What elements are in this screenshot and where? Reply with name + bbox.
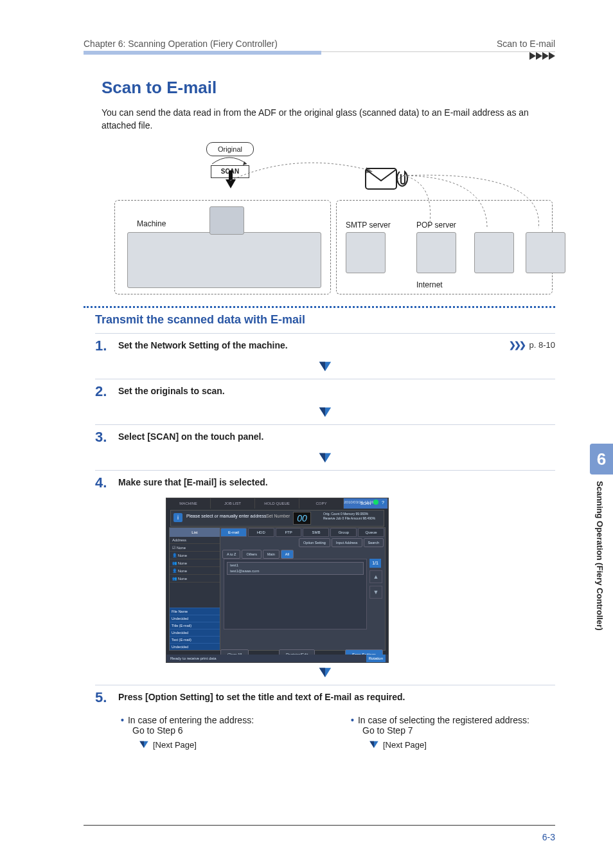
step-number: 2	[95, 384, 118, 399]
chapter-number: 6	[590, 444, 613, 475]
page-footer: 6-3	[84, 825, 555, 842]
side-info-block: File Name Undecided Title (E-mail) Undec…	[170, 608, 220, 650]
smtp-label: SMTP server	[346, 221, 391, 230]
internet-label: Internet	[416, 280, 443, 289]
client-pc-1-illustration	[474, 232, 514, 273]
option-registered-address: •In case of selecting the registered add…	[351, 715, 555, 750]
status-bar: Ready to receive print data Rotation	[166, 655, 388, 662]
chip-main[interactable]: Main	[263, 550, 280, 559]
step-5: 5 Press [Option Setting] to set the titl…	[95, 685, 555, 709]
dest-tab-group[interactable]: Group	[330, 528, 357, 537]
monitor-illustration	[209, 206, 244, 235]
page-number: 6-3	[542, 832, 555, 842]
step-1: 1 Set the Network Setting of the machine…	[95, 333, 555, 357]
step-text: Select [SCAN] on the touch panel.	[118, 431, 555, 442]
step-text: Set the originals to scan.	[118, 386, 555, 396]
option-enter-address: •In case of entering the address: Go to …	[121, 715, 325, 750]
step-2: 2 Set the originals to scan.	[95, 379, 555, 402]
section-title: Scan to E-mail	[102, 78, 555, 98]
dotted-divider	[84, 306, 555, 308]
bullet-icon: •	[121, 715, 124, 725]
input-address-button[interactable]: Input Address	[332, 538, 362, 547]
chapter-label: Scanning Operation (Fiery Controller)	[595, 481, 605, 712]
step-number: 5	[95, 691, 118, 705]
smtp-server-illustration	[346, 232, 386, 273]
dashed-arrow-icon	[230, 158, 378, 183]
list-scroll: 1/1 ▲ ▼	[369, 559, 381, 629]
next-page-link[interactable]: [Next Page]	[369, 739, 555, 750]
dest-tab-email[interactable]: E-mail	[220, 528, 247, 537]
down-arrow-icon	[95, 359, 555, 376]
bullet-icon: •	[351, 715, 354, 725]
dest-tab-queue[interactable]: Queue	[358, 528, 384, 537]
subsection-title: Transmit the scanned data with E-mail	[95, 313, 555, 327]
step-text: Make sure that [E-mail] is selected.	[118, 477, 555, 487]
info-bar: i Please select or manually enter addres…	[170, 510, 384, 527]
destination-tabs: E-mail HDD FTP SMB Group Queue	[220, 528, 385, 537]
side-item[interactable]: 👥 None	[170, 559, 220, 567]
down-arrow-icon	[95, 405, 555, 422]
set-number-label: Set Number	[266, 514, 290, 518]
original-pill: Original	[206, 142, 254, 156]
next-page-link[interactable]: [Next Page]	[139, 739, 325, 750]
step-number: 4	[95, 476, 118, 490]
side-item[interactable]: 👥 None	[170, 575, 220, 583]
step-number: 3	[95, 430, 118, 444]
machine-label: Machine	[137, 219, 166, 228]
intro-paragraph: You can send the data read in from the A…	[102, 107, 555, 132]
dest-tab-ftp[interactable]: FTP	[276, 528, 302, 537]
option-setting-button[interactable]: Option Setting	[299, 538, 330, 547]
side-list-header: List	[170, 528, 220, 537]
chapter-side-tab: 6 Scanning Operation (Fiery Controller)	[590, 444, 613, 714]
main-panel: E-mail HDD FTP SMB Group Queue Option Se…	[220, 528, 385, 650]
page-count: 1/1	[369, 559, 381, 568]
touch-panel-screenshot: MACHINE JOB LIST HOLD QUEUE COPY SCAN 20…	[166, 498, 389, 663]
side-item[interactable]: ☑ None	[170, 544, 220, 552]
header-arrow-icon	[84, 51, 555, 62]
filter-chips: A to Z Others Main All	[220, 550, 385, 559]
pop-server-illustration	[416, 232, 456, 273]
info-text: Please select or manually enter address	[186, 514, 267, 518]
tab-hold-queue[interactable]: HOLD QUEUE	[255, 498, 299, 509]
steps-list: 1 Set the Network Setting of the machine…	[95, 333, 555, 750]
step-text: Set the Network Setting of the machine.	[118, 340, 555, 350]
reference-arrows-icon: ❯❯❯	[509, 340, 524, 350]
panel-body: List Address ☑ None 👤 None 👥 None 👤 None…	[169, 527, 386, 651]
search-button[interactable]: Search	[364, 538, 384, 547]
memory-status: Orig. Count 0 Memory 99.083% Reserve Job…	[323, 512, 381, 521]
dest-tab-smb[interactable]: SMB	[303, 528, 329, 537]
dest-tab-hdd[interactable]: HDD	[248, 528, 274, 537]
chip-all[interactable]: All	[281, 550, 294, 559]
rotation-indicator: Rotation	[366, 655, 386, 662]
tab-copy[interactable]: COPY	[299, 498, 344, 509]
client-pc-2-illustration	[526, 232, 565, 273]
side-item[interactable]: Address	[170, 537, 220, 544]
chip-atoz[interactable]: A to Z	[222, 550, 240, 559]
down-arrow-icon	[95, 451, 555, 467]
address-entry[interactable]: test1 test1@aaaa.com	[227, 562, 364, 575]
action-row: Option Setting Input Address Search	[220, 538, 385, 547]
scroll-down-button[interactable]: ▼	[369, 586, 382, 599]
tab-machine[interactable]: MACHINE	[166, 498, 211, 509]
set-number-value: 00	[293, 512, 311, 525]
down-arrow-icon	[95, 665, 555, 682]
page-reference-link[interactable]: ❯❯❯ p. 8-10	[509, 340, 555, 350]
side-panel: List Address ☑ None 👤 None 👥 None 👤 None…	[170, 528, 220, 650]
scroll-up-button[interactable]: ▲	[369, 570, 382, 583]
side-item[interactable]: 👤 None	[170, 552, 220, 559]
tab-job-list[interactable]: JOB LIST	[211, 498, 255, 509]
header-left: Chapter 6: Scanning Operation (Fiery Con…	[84, 39, 278, 49]
flow-diagram: Original SCAN Machine SMTP server POP se…	[102, 142, 537, 300]
side-item[interactable]: 👤 None	[170, 567, 220, 575]
header-right: Scan to E-mail	[497, 39, 555, 49]
info-icon: i	[173, 513, 182, 522]
step-3: 3 Select [SCAN] on the touch panel.	[95, 424, 555, 448]
chip-others[interactable]: Others	[242, 550, 262, 559]
datetime-label: 2010/03/26 13:39	[344, 500, 374, 504]
printer-illustration	[127, 232, 321, 288]
svg-rect-0	[366, 168, 396, 189]
step-5-options: •In case of entering the address: Go to …	[121, 715, 555, 750]
address-list: test1 test1@aaaa.com	[224, 559, 367, 629]
step-number: 1	[95, 339, 118, 353]
page-header: Chapter 6: Scanning Operation (Fiery Con…	[84, 39, 555, 52]
